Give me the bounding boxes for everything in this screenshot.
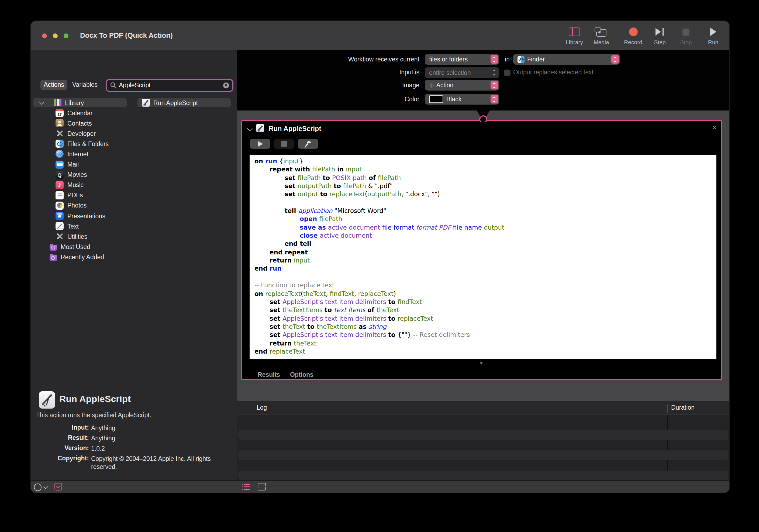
close-action-icon[interactable]: × — [712, 123, 716, 131]
info-field-label: Version: — [30, 444, 89, 453]
sidebar-item-recently-added[interactable]: Recently Added — [30, 253, 104, 262]
sidebar-item-label: Text — [67, 223, 79, 229]
info-field-value: Copyright © 2004–2012 Apple Inc. All rig… — [91, 455, 221, 471]
toolbar-media-button[interactable]: Media — [587, 25, 615, 45]
library-pane: Actions Variables × Library CalendarCont… — [30, 50, 237, 493]
sidebar-item-files-folders[interactable]: Files & Folders — [30, 139, 109, 148]
library-root-label: Library — [65, 100, 84, 106]
contacts-icon — [56, 119, 63, 127]
status-bar — [30, 480, 729, 493]
window-title: Docx To PDF (Quick Action) — [80, 31, 173, 39]
stack-view-icon[interactable] — [258, 483, 265, 490]
sidebar-item-movies[interactable]: Movies — [30, 170, 87, 179]
run-applescript-action: Run AppleScript × on run {input}repeat w… — [241, 120, 722, 380]
image-label: Image — [402, 82, 419, 88]
info-field-label: Copyright: — [30, 455, 89, 471]
quicktime-icon — [56, 171, 63, 179]
tab-results[interactable]: Results — [258, 371, 280, 378]
toolbar-run-button[interactable]: Run — [699, 25, 727, 45]
sidebar-item-photos[interactable]: Photos — [30, 201, 87, 210]
action-run-button[interactable] — [250, 139, 270, 148]
code-line: close active document — [255, 232, 716, 240]
action-compile-button[interactable] — [298, 139, 318, 148]
sidebar-item-label: Movies — [67, 171, 87, 178]
toolbar-step-button[interactable]: Step — [646, 25, 674, 45]
close-window-button[interactable] — [42, 33, 47, 38]
output-replaces-checkbox[interactable] — [504, 69, 510, 76]
sidebar-item-label: Utilities — [67, 233, 87, 240]
sidebar-item-mail[interactable]: Mail — [30, 160, 79, 169]
disclosure-chevron-icon[interactable] — [39, 99, 44, 104]
duration-column-header[interactable]: Duration — [671, 404, 695, 410]
tab-actions[interactable]: Actions — [40, 79, 67, 90]
sidebar-item-pdfs[interactable]: PDFs — [30, 191, 83, 200]
finder-icon — [56, 140, 63, 148]
in-label: in — [505, 56, 510, 62]
code-line: set outputPath to filePath & ".pdf" — [255, 182, 716, 190]
sidebar-item-contacts[interactable]: Contacts — [30, 119, 92, 128]
action-result-row[interactable]: Run AppleScript — [137, 98, 231, 107]
library-sidebar-icon — [569, 27, 580, 36]
search-input[interactable] — [117, 82, 223, 88]
search-icon — [110, 82, 117, 89]
workflow-receives-popup[interactable]: files or folders — [425, 54, 499, 65]
sidebar-item-text[interactable]: Text — [30, 222, 79, 231]
code-line: set AppleScript's text item delimiters t… — [255, 314, 716, 323]
code-line: end replaceText — [255, 348, 716, 356]
image-popup[interactable]: ⊙ Action — [425, 80, 499, 91]
library-root-row[interactable]: Library — [33, 98, 126, 107]
keynote-icon — [56, 212, 63, 220]
sidebar-item-calendar[interactable]: Calendar — [30, 108, 93, 117]
tab-options[interactable]: Options — [290, 371, 313, 378]
search-field[interactable]: × — [105, 78, 233, 92]
clear-search-icon[interactable]: × — [223, 82, 229, 88]
action-result-label: Run AppleScript — [153, 100, 198, 106]
tab-variables[interactable]: Variables — [69, 79, 100, 90]
zoom-window-button[interactable] — [63, 33, 68, 38]
code-line: -- Function to replace text — [255, 281, 716, 290]
code-line: set filePath to POSIX path of filePath — [255, 174, 716, 182]
stop-icon — [281, 141, 287, 146]
sidebar-item-internet[interactable]: Internet — [30, 149, 88, 159]
pdf-icon — [56, 191, 63, 199]
code-line: open filePath — [255, 215, 716, 224]
applescript-code-editor[interactable]: on run {input}repeat with filePath in in… — [250, 155, 716, 359]
chevron-down-icon[interactable] — [43, 484, 48, 489]
more-options-icon[interactable] — [34, 483, 41, 491]
input-is-label: Input is — [399, 69, 419, 75]
media-browser-toggle-icon[interactable] — [54, 483, 62, 490]
code-line — [255, 199, 716, 207]
log-column-header[interactable]: Log — [257, 404, 267, 410]
mail-icon — [56, 160, 63, 168]
list-view-icon[interactable] — [244, 484, 249, 490]
collapse-chevron-icon[interactable] — [247, 126, 252, 131]
minimize-window-button[interactable] — [53, 33, 58, 38]
run-applescript-icon — [39, 391, 55, 408]
sidebar-item-utilities[interactable]: Utilities — [30, 232, 87, 241]
stepper-icon — [611, 55, 619, 63]
record-circle-icon — [629, 27, 637, 36]
code-line: set theTextItems to text items of theTex… — [255, 306, 716, 314]
column-divider[interactable] — [667, 403, 668, 413]
info-field-value: Anything — [91, 424, 115, 432]
color-popup[interactable]: Black — [425, 94, 499, 104]
code-line: end tell — [255, 240, 716, 249]
info-field-label: Input: — [30, 424, 89, 432]
code-line: set output to replaceText(outputPath, ".… — [255, 190, 716, 199]
toolbar-record-button[interactable]: Record — [619, 25, 647, 45]
info-field: Version:1.0.2 — [30, 444, 231, 453]
resize-handle[interactable] — [481, 361, 483, 364]
sidebar-item-music[interactable]: Music — [30, 180, 84, 189]
sidebar-item-developer[interactable]: Developer — [30, 129, 96, 138]
log-panel: Log Duration — [237, 401, 729, 480]
stepper-icon — [490, 95, 498, 103]
log-row — [238, 471, 728, 480]
toolbar-library-button[interactable]: Library — [560, 25, 588, 45]
finder-icon — [517, 56, 525, 63]
sidebar-item-presentations[interactable]: Presentations — [30, 211, 105, 221]
action-stop-button — [274, 139, 294, 148]
sidebar-item-most-used[interactable]: Most Used — [30, 242, 90, 251]
sidebar-item-label: Recently Added — [60, 254, 104, 260]
toolbar-stop-button[interactable]: Stop — [672, 25, 700, 45]
application-popup[interactable]: Finder — [513, 54, 619, 65]
